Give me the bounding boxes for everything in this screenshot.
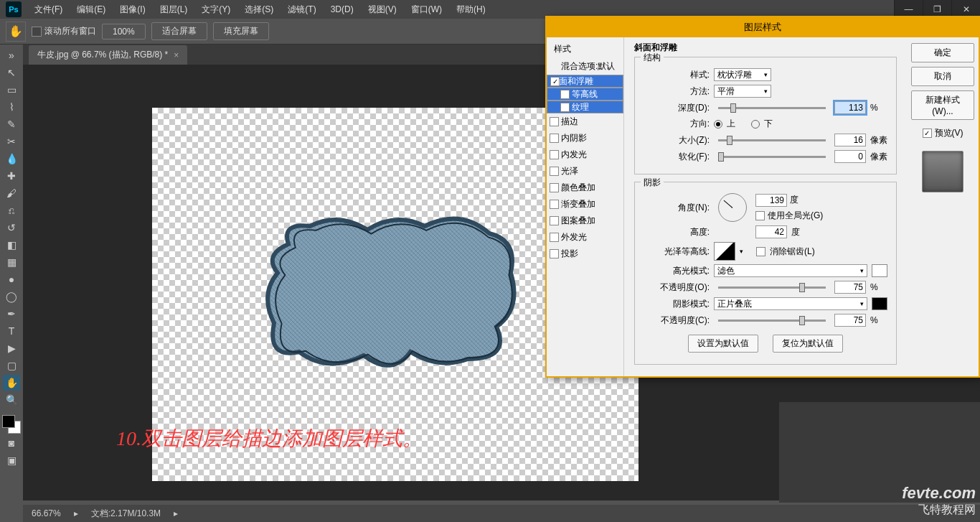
- style-stroke[interactable]: 描边: [547, 113, 623, 130]
- global-light-checkbox[interactable]: [755, 211, 765, 220]
- zoom-100-button[interactable]: 100%: [102, 24, 146, 39]
- direction-down-radio[interactable]: [751, 120, 760, 129]
- scroll-all-windows-check[interactable]: 滚动所有窗口: [32, 25, 96, 37]
- new-style-button[interactable]: 新建样式(W)...: [911, 90, 974, 120]
- angle-input[interactable]: 139: [755, 194, 787, 207]
- menu-view[interactable]: 视图(V): [361, 4, 404, 16]
- size-slider[interactable]: [718, 139, 826, 141]
- clone-stamp-tool[interactable]: ⎌: [3, 202, 20, 218]
- menu-image[interactable]: 图像(I): [113, 4, 152, 16]
- checkbox-icon[interactable]: [550, 167, 559, 176]
- style-drop-shadow[interactable]: 投影: [547, 246, 623, 262]
- pen-tool[interactable]: ✒: [3, 306, 20, 322]
- menu-select[interactable]: 选择(S): [237, 4, 281, 16]
- style-inner-shadow[interactable]: 内阴影: [547, 130, 623, 146]
- style-pattern-overlay[interactable]: 图案叠加: [547, 213, 623, 229]
- style-color-overlay[interactable]: 颜色叠加: [547, 180, 623, 196]
- rectangle-tool[interactable]: ▢: [3, 358, 20, 373]
- altitude-input[interactable]: 42: [755, 225, 787, 238]
- make-default-button[interactable]: 设置为默认值: [688, 335, 758, 353]
- menu-filter[interactable]: 滤镜(T): [281, 4, 323, 16]
- soften-input[interactable]: 0: [834, 150, 866, 163]
- zoom-tool[interactable]: 🔍: [3, 392, 20, 408]
- fit-screen-button[interactable]: 适合屏幕: [151, 22, 207, 40]
- style-bevel-emboss[interactable]: 斜面和浮雕: [547, 75, 623, 88]
- depth-slider[interactable]: [718, 107, 826, 109]
- checkbox-icon[interactable]: [550, 200, 559, 209]
- checkbox-icon[interactable]: [550, 183, 559, 192]
- gloss-contour-picker[interactable]: [714, 242, 735, 261]
- close-tab-icon[interactable]: ×: [174, 50, 179, 60]
- menu-window[interactable]: 窗口(W): [404, 4, 449, 16]
- path-select-tool[interactable]: ▶: [3, 340, 20, 356]
- blending-options-item[interactable]: 混合选项:默认: [547, 58, 623, 75]
- menu-3d[interactable]: 3D(D): [324, 4, 361, 14]
- cancel-button[interactable]: 取消: [911, 67, 974, 86]
- style-texture[interactable]: 纹理: [547, 101, 623, 113]
- lasso-tool[interactable]: ⌇: [3, 99, 20, 115]
- brush-tool[interactable]: 🖌: [3, 185, 20, 201]
- zoom-readout[interactable]: 66.67%: [32, 508, 61, 518]
- hand-tool[interactable]: ✋: [3, 375, 20, 391]
- checkbox-icon[interactable]: [560, 90, 570, 99]
- marquee-tool[interactable]: ▭: [3, 82, 20, 98]
- move-tool[interactable]: ↖: [3, 65, 20, 80]
- checkbox-icon[interactable]: [560, 103, 570, 112]
- antialias-checkbox[interactable]: [756, 247, 765, 256]
- gradient-tool[interactable]: ▦: [3, 254, 20, 270]
- menu-edit[interactable]: 编辑(E): [70, 4, 113, 16]
- style-contour[interactable]: 等高线: [547, 88, 623, 101]
- type-tool[interactable]: T: [3, 323, 20, 339]
- style-select[interactable]: 枕状浮雕▾: [714, 68, 771, 81]
- checkbox-icon[interactable]: [550, 117, 559, 126]
- shadow-mode-select[interactable]: 正片叠底▾: [714, 297, 867, 310]
- depth-input[interactable]: 113: [834, 101, 866, 114]
- menu-type[interactable]: 文字(Y): [194, 4, 237, 16]
- menu-layer[interactable]: 图层(L): [153, 4, 195, 16]
- direction-up-radio[interactable]: [714, 120, 722, 129]
- style-outer-glow[interactable]: 外发光: [547, 229, 623, 246]
- dodge-tool[interactable]: ◯: [3, 289, 20, 304]
- chevron-down-icon[interactable]: ▾: [740, 248, 743, 255]
- color-swatches[interactable]: [2, 415, 21, 434]
- style-gradient-overlay[interactable]: 渐变叠加: [547, 196, 623, 213]
- menu-file[interactable]: 文件(F): [27, 4, 70, 16]
- menu-help[interactable]: 帮助(H): [449, 4, 493, 16]
- fill-screen-button[interactable]: 填充屏幕: [213, 22, 269, 40]
- screen-mode-toggle[interactable]: ▣: [3, 452, 20, 468]
- quick-mask-toggle[interactable]: ◙: [3, 435, 20, 451]
- angle-dial[interactable]: [718, 193, 747, 222]
- method-select[interactable]: 平滑▾: [714, 85, 771, 98]
- healing-brush-tool[interactable]: ✚: [3, 168, 20, 184]
- shadow-opacity-input[interactable]: 75: [834, 314, 866, 327]
- highlight-opacity-slider[interactable]: [718, 286, 826, 289]
- doc-size-readout[interactable]: 文档:2.17M/10.3M: [91, 508, 161, 520]
- checkbox-icon[interactable]: [550, 249, 559, 258]
- highlight-mode-select[interactable]: 滤色▾: [714, 264, 867, 277]
- checkbox-icon[interactable]: [550, 233, 559, 242]
- checkbox-icon[interactable]: [550, 77, 560, 86]
- styles-header[interactable]: 样式: [547, 40, 623, 58]
- arrow-icon[interactable]: ▸: [174, 508, 178, 518]
- checkbox-icon[interactable]: [550, 150, 559, 159]
- style-inner-glow[interactable]: 内发光: [547, 146, 623, 163]
- quick-select-tool[interactable]: ✎: [3, 116, 20, 132]
- expand-icon[interactable]: »: [3, 47, 20, 63]
- history-brush-tool[interactable]: ↺: [3, 220, 20, 236]
- foreground-color-swatch[interactable]: [2, 415, 15, 428]
- reset-default-button[interactable]: 复位为默认值: [773, 335, 843, 353]
- shadow-color-swatch[interactable]: [872, 297, 887, 310]
- shadow-opacity-slider[interactable]: [718, 320, 826, 322]
- document-tab[interactable]: 牛皮.jpg @ 66.7% (描边, RGB/8) * ×: [29, 45, 187, 65]
- blur-tool[interactable]: ●: [3, 271, 20, 287]
- style-satin[interactable]: 光泽: [547, 163, 623, 180]
- eraser-tool[interactable]: ◧: [3, 237, 20, 253]
- highlight-opacity-input[interactable]: 75: [834, 281, 866, 294]
- ok-button[interactable]: 确定: [911, 43, 974, 62]
- crop-tool[interactable]: ✂: [3, 134, 20, 149]
- arrow-icon[interactable]: ▸: [74, 508, 78, 518]
- size-input[interactable]: 16: [834, 134, 866, 146]
- highlight-color-swatch[interactable]: [872, 264, 887, 277]
- checkbox-icon[interactable]: [550, 134, 559, 143]
- hand-tool-icon[interactable]: ✋: [6, 22, 26, 42]
